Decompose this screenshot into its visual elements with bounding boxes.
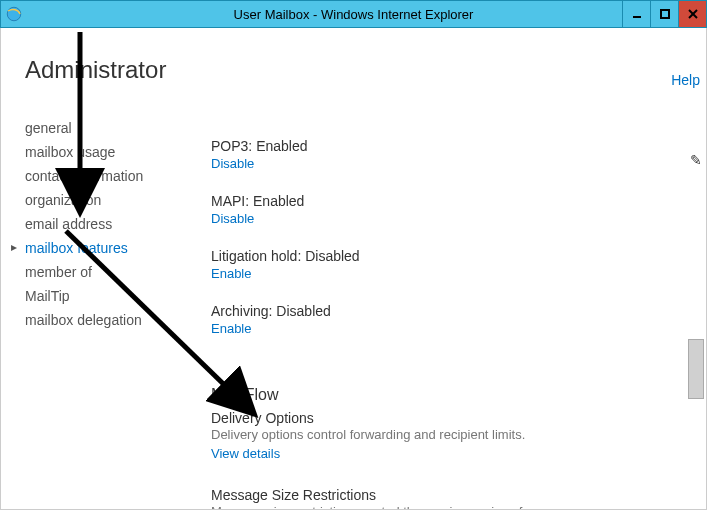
feature-archiving: Archiving: Disabled Enable [211,303,686,336]
delivery-options-desc: Delivery options control forwarding and … [211,426,571,444]
nav-item-mailbox-features[interactable]: mailbox features [25,236,179,260]
message-size-subsection: Message Size Restrictions Message size r… [211,487,686,509]
feature-status: Litigation hold: Disabled [211,248,686,264]
feature-litigation-hold: Litigation hold: Disabled Enable [211,248,686,281]
nav-item-mailbox-delegation[interactable]: mailbox delegation [25,308,179,332]
nav-item-organization[interactable]: organization [25,188,179,212]
minimize-button[interactable] [622,1,650,27]
window-title: User Mailbox - Windows Internet Explorer [234,7,474,22]
nav-item-mailbox-usage[interactable]: mailbox usage [25,140,179,164]
nav-list: general mailbox usage contact informatio… [25,116,179,332]
scrollbar-thumb[interactable] [688,339,704,399]
nav-item-email-address[interactable]: email address [25,212,179,236]
mail-flow-title: Mail Flow [211,386,686,404]
sidebar: Administrator general mailbox usage cont… [1,28,191,509]
nav-item-general[interactable]: general [25,116,179,140]
feature-status: MAPI: Enabled [211,193,686,209]
maximize-button[interactable] [650,1,678,27]
message-size-desc: Message size restrictions control the ma… [211,503,571,509]
feature-action-link[interactable]: Disable [211,211,254,226]
view-details-link[interactable]: View details [211,446,280,461]
ie-icon [5,5,23,23]
feature-action-link[interactable]: Disable [211,156,254,171]
main-panel: POP3: Enabled Disable MAPI: Enabled Disa… [191,28,706,509]
feature-status: POP3: Enabled [211,138,686,154]
svg-rect-2 [661,10,669,18]
page-title: Administrator [25,56,179,84]
content-pane: Help ✎ Administrator general mailbox usa… [0,28,707,510]
feature-action-link[interactable]: Enable [211,321,251,336]
mail-flow-section: Mail Flow Delivery Options Delivery opti… [211,386,686,509]
feature-action-link[interactable]: Enable [211,266,251,281]
nav-item-member-of[interactable]: member of [25,260,179,284]
window-controls [622,1,706,27]
message-size-heading: Message Size Restrictions [211,487,686,503]
feature-mapi: MAPI: Enabled Disable [211,193,686,226]
delivery-options-subsection: Delivery Options Delivery options contro… [211,410,686,461]
nav-item-contact-information[interactable]: contact information [25,164,179,188]
nav-item-mailtip[interactable]: MailTip [25,284,179,308]
feature-status: Archiving: Disabled [211,303,686,319]
window-titlebar: User Mailbox - Windows Internet Explorer [0,0,707,28]
feature-pop3: POP3: Enabled Disable [211,138,686,171]
close-button[interactable] [678,1,706,27]
delivery-options-heading: Delivery Options [211,410,686,426]
